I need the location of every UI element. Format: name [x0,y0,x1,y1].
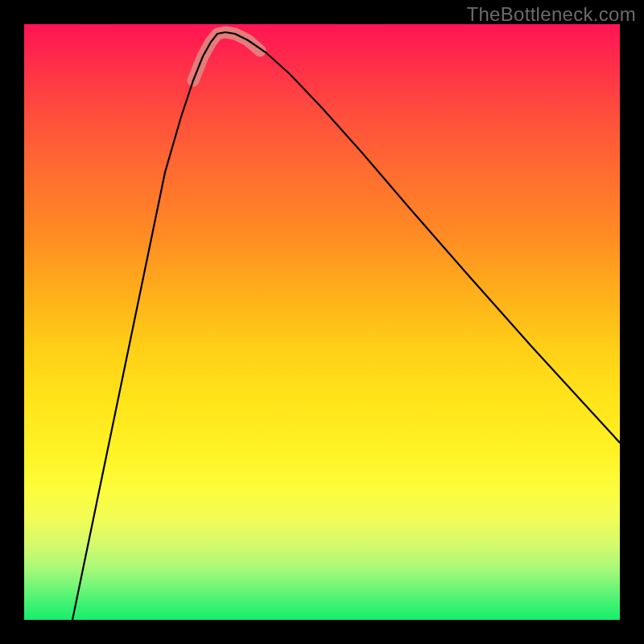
plot-area [24,24,620,620]
bottleneck-curve [72,32,620,620]
chart-svg [24,24,620,620]
watermark-text: TheBottleneck.com [466,3,636,26]
chart-frame: TheBottleneck.com [0,0,644,644]
